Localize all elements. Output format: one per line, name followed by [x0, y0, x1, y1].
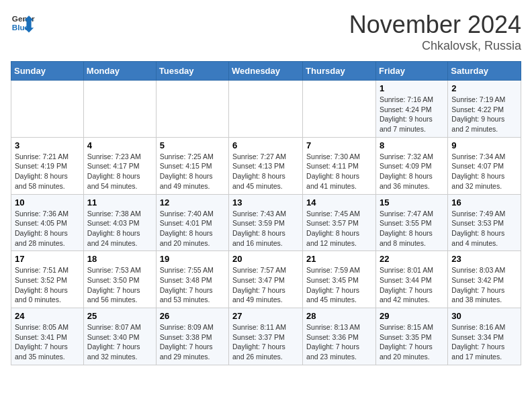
- day-number: 14: [306, 197, 372, 208]
- day-number: 7: [306, 140, 372, 150]
- day-detail: Sunrise: 8:07 AMSunset: 3:40 PMDaylight:…: [87, 322, 152, 362]
- day-number: 23: [451, 254, 517, 264]
- day-cell: 16Sunrise: 7:49 AMSunset: 3:53 PMDayligh…: [448, 194, 521, 251]
- week-row-5: 24Sunrise: 8:05 AMSunset: 3:41 PMDayligh…: [11, 308, 521, 365]
- day-number: 18: [87, 254, 152, 264]
- day-detail: Sunrise: 7:49 AMSunset: 3:53 PMDaylight:…: [451, 209, 517, 248]
- day-number: 5: [160, 140, 225, 150]
- day-number: 3: [15, 140, 80, 150]
- day-number: 4: [87, 140, 152, 150]
- day-detail: Sunrise: 7:21 AMSunset: 4:19 PMDaylight:…: [15, 152, 80, 191]
- weekday-header-row: SundayMondayTuesdayWednesdayThursdayFrid…: [11, 62, 521, 81]
- day-detail: Sunrise: 7:53 AMSunset: 3:50 PMDaylight:…: [87, 265, 152, 305]
- week-row-4: 17Sunrise: 7:51 AMSunset: 3:52 PMDayligh…: [11, 251, 521, 308]
- day-detail: Sunrise: 7:57 AMSunset: 3:47 PMDaylight:…: [232, 265, 299, 305]
- day-cell: 18Sunrise: 7:53 AMSunset: 3:50 PMDayligh…: [83, 251, 156, 308]
- day-cell: [11, 81, 84, 138]
- day-cell: 26Sunrise: 8:09 AMSunset: 3:38 PMDayligh…: [156, 308, 228, 365]
- month-title: November 2024: [349, 11, 521, 39]
- day-detail: Sunrise: 7:36 AMSunset: 4:05 PMDaylight:…: [15, 209, 80, 248]
- day-cell: 10Sunrise: 7:36 AMSunset: 4:05 PMDayligh…: [11, 194, 84, 251]
- day-detail: Sunrise: 8:16 AMSunset: 3:34 PMDaylight:…: [451, 322, 517, 362]
- day-number: 21: [306, 254, 372, 264]
- header: General Blue November 2024 Chkalovsk, Ru…: [11, 11, 521, 53]
- day-cell: [229, 81, 303, 138]
- day-cell: 12Sunrise: 7:40 AMSunset: 4:01 PMDayligh…: [156, 194, 228, 251]
- day-number: 26: [160, 311, 225, 321]
- day-detail: Sunrise: 7:34 AMSunset: 4:07 PMDaylight:…: [451, 152, 517, 191]
- logo: General Blue: [11, 11, 35, 35]
- logo-icon: General Blue: [11, 11, 35, 35]
- day-number: 8: [380, 140, 444, 150]
- day-cell: 24Sunrise: 8:05 AMSunset: 3:41 PMDayligh…: [11, 308, 84, 365]
- day-number: 20: [232, 254, 299, 264]
- day-cell: 28Sunrise: 8:13 AMSunset: 3:36 PMDayligh…: [303, 308, 376, 365]
- day-number: 6: [232, 140, 299, 150]
- day-cell: [156, 81, 228, 138]
- day-detail: Sunrise: 8:13 AMSunset: 3:36 PMDaylight:…: [306, 322, 372, 362]
- day-cell: 29Sunrise: 8:15 AMSunset: 3:35 PMDayligh…: [375, 308, 447, 365]
- day-cell: 19Sunrise: 7:55 AMSunset: 3:48 PMDayligh…: [156, 251, 228, 308]
- day-detail: Sunrise: 7:40 AMSunset: 4:01 PMDaylight:…: [160, 209, 225, 248]
- day-cell: 7Sunrise: 7:30 AMSunset: 4:11 PMDaylight…: [303, 137, 376, 194]
- weekday-header-tuesday: Tuesday: [156, 62, 228, 81]
- day-number: 28: [306, 311, 372, 321]
- day-cell: 4Sunrise: 7:23 AMSunset: 4:17 PMDaylight…: [83, 137, 156, 194]
- location-title: Chkalovsk, Russia: [349, 39, 521, 53]
- day-cell: 25Sunrise: 8:07 AMSunset: 3:40 PMDayligh…: [83, 308, 156, 365]
- day-cell: 2Sunrise: 7:19 AMSunset: 4:22 PMDaylight…: [448, 81, 521, 138]
- weekday-header-monday: Monday: [83, 62, 156, 81]
- day-detail: Sunrise: 7:30 AMSunset: 4:11 PMDaylight:…: [306, 152, 372, 191]
- day-number: 1: [380, 83, 444, 93]
- day-cell: 3Sunrise: 7:21 AMSunset: 4:19 PMDaylight…: [11, 137, 84, 194]
- day-detail: Sunrise: 8:09 AMSunset: 3:38 PMDaylight:…: [160, 322, 225, 362]
- day-cell: 13Sunrise: 7:43 AMSunset: 3:59 PMDayligh…: [229, 194, 303, 251]
- day-number: 22: [380, 254, 444, 264]
- day-number: 13: [232, 197, 299, 208]
- day-detail: Sunrise: 8:01 AMSunset: 3:44 PMDaylight:…: [380, 265, 444, 305]
- day-detail: Sunrise: 8:15 AMSunset: 3:35 PMDaylight:…: [380, 322, 444, 362]
- day-detail: Sunrise: 7:16 AMSunset: 4:24 PMDaylight:…: [380, 95, 444, 134]
- day-detail: Sunrise: 7:47 AMSunset: 3:55 PMDaylight:…: [380, 209, 444, 248]
- day-number: 29: [380, 311, 444, 321]
- day-detail: Sunrise: 7:55 AMSunset: 3:48 PMDaylight:…: [160, 265, 225, 305]
- week-row-3: 10Sunrise: 7:36 AMSunset: 4:05 PMDayligh…: [11, 194, 521, 251]
- day-number: 16: [451, 197, 517, 208]
- day-detail: Sunrise: 7:43 AMSunset: 3:59 PMDaylight:…: [232, 209, 299, 248]
- day-number: 9: [451, 140, 517, 150]
- day-cell: 9Sunrise: 7:34 AMSunset: 4:07 PMDaylight…: [448, 137, 521, 194]
- day-cell: 1Sunrise: 7:16 AMSunset: 4:24 PMDaylight…: [375, 81, 447, 138]
- day-cell: 21Sunrise: 7:59 AMSunset: 3:45 PMDayligh…: [303, 251, 376, 308]
- day-cell: 30Sunrise: 8:16 AMSunset: 3:34 PMDayligh…: [448, 308, 521, 365]
- day-number: 25: [87, 311, 152, 321]
- day-detail: Sunrise: 8:03 AMSunset: 3:42 PMDaylight:…: [451, 265, 517, 305]
- day-number: 11: [87, 197, 152, 208]
- day-detail: Sunrise: 7:38 AMSunset: 4:03 PMDaylight:…: [87, 209, 152, 248]
- day-cell: [83, 81, 156, 138]
- day-detail: Sunrise: 7:23 AMSunset: 4:17 PMDaylight:…: [87, 152, 152, 191]
- day-detail: Sunrise: 7:27 AMSunset: 4:13 PMDaylight:…: [232, 152, 299, 191]
- calendar: SundayMondayTuesdayWednesdayThursdayFrid…: [11, 61, 521, 365]
- day-cell: 27Sunrise: 8:11 AMSunset: 3:37 PMDayligh…: [229, 308, 303, 365]
- title-area: November 2024 Chkalovsk, Russia: [349, 11, 521, 53]
- day-number: 19: [160, 254, 225, 264]
- day-number: 30: [451, 311, 517, 321]
- day-number: 17: [15, 254, 80, 264]
- day-detail: Sunrise: 7:45 AMSunset: 3:57 PMDaylight:…: [306, 209, 372, 248]
- day-cell: 23Sunrise: 8:03 AMSunset: 3:42 PMDayligh…: [448, 251, 521, 308]
- day-number: 10: [15, 197, 80, 208]
- weekday-header-wednesday: Wednesday: [229, 62, 303, 81]
- day-number: 2: [451, 83, 517, 93]
- day-number: 27: [232, 311, 299, 321]
- day-cell: 8Sunrise: 7:32 AMSunset: 4:09 PMDaylight…: [375, 137, 447, 194]
- day-detail: Sunrise: 7:19 AMSunset: 4:22 PMDaylight:…: [451, 95, 517, 134]
- week-row-1: 1Sunrise: 7:16 AMSunset: 4:24 PMDaylight…: [11, 81, 521, 138]
- day-cell: 11Sunrise: 7:38 AMSunset: 4:03 PMDayligh…: [83, 194, 156, 251]
- day-number: 12: [160, 197, 225, 208]
- weekday-header-thursday: Thursday: [303, 62, 376, 81]
- day-detail: Sunrise: 8:11 AMSunset: 3:37 PMDaylight:…: [232, 322, 299, 362]
- day-cell: 5Sunrise: 7:25 AMSunset: 4:15 PMDaylight…: [156, 137, 228, 194]
- day-detail: Sunrise: 7:25 AMSunset: 4:15 PMDaylight:…: [160, 152, 225, 191]
- weekday-header-friday: Friday: [375, 62, 447, 81]
- week-row-2: 3Sunrise: 7:21 AMSunset: 4:19 PMDaylight…: [11, 137, 521, 194]
